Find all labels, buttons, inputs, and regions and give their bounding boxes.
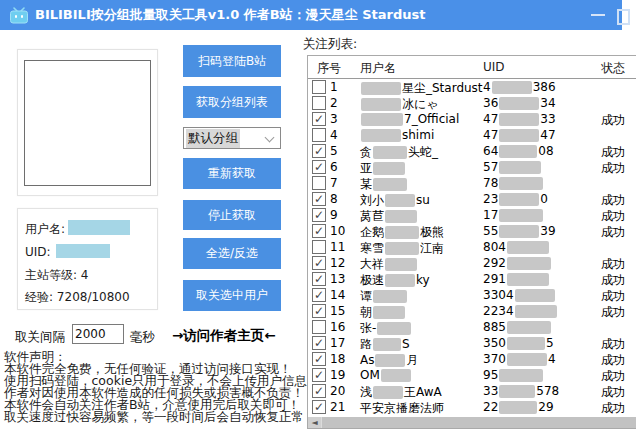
table-row[interactable]: 16张-885 (308, 319, 636, 335)
uid-censor-block (507, 337, 545, 350)
row-checkbox[interactable] (312, 176, 326, 190)
username-censor-block (361, 113, 403, 126)
row-index: 16 (330, 320, 345, 334)
author-homepage-link[interactable]: →访问作者主页← (172, 327, 276, 345)
row-uid: 3704 (483, 352, 556, 366)
scan-login-button[interactable]: 扫码登陆B站 (183, 45, 281, 77)
uid-censor-block (515, 289, 555, 302)
table-row[interactable]: ✓9莴苣17成功 (308, 207, 636, 223)
column-header-index[interactable]: 序号 (317, 60, 341, 77)
scrollbar-thumb[interactable] (322, 417, 636, 428)
unfollow-selected-button[interactable]: 取关选中用户 (183, 280, 281, 311)
row-checkbox-checked[interactable]: ✓ (312, 400, 326, 414)
window-title: BILIBILI按分组批量取关工具v1.0 作者B站：漫天星尘 Stardust (35, 0, 425, 30)
table-row[interactable]: ✓10企鹅极熊5539成功 (308, 223, 636, 239)
table-row[interactable]: 1星尘_Stardust4386 (308, 79, 636, 95)
uid-censor-block (499, 177, 543, 190)
row-checkbox[interactable] (312, 96, 326, 110)
table-row[interactable]: ✓18As月3704成功 (308, 351, 636, 367)
row-index: 6 (330, 160, 338, 174)
row-checkbox-checked[interactable]: ✓ (312, 368, 326, 382)
row-index: 5 (330, 144, 338, 158)
table-row[interactable]: ✓37_Official4733成功 (308, 111, 636, 127)
follow-list-table: 序号 用户名 UID 状态 1星尘_Stardust43862冰にゃ3634✓3… (307, 55, 636, 429)
maximize-button[interactable] (617, 9, 630, 25)
uid-censor-block (492, 81, 532, 94)
table-row[interactable]: ✓13极速ky291成功 (308, 271, 636, 287)
qr-code-box (24, 60, 151, 186)
row-checkbox[interactable] (312, 128, 326, 142)
row-username: 7_Official (360, 112, 459, 126)
table-row[interactable]: ✓21平安京播磨法师2229成功 (308, 399, 636, 415)
table-row[interactable]: 11寒雪江南804 (308, 239, 636, 255)
row-index: 15 (330, 304, 345, 318)
row-checkbox-checked[interactable]: ✓ (312, 224, 326, 238)
exp-text: 经验: 7208/10800 (25, 289, 130, 306)
row-checkbox-checked[interactable]: ✓ (312, 192, 326, 206)
uid-censor-block (499, 161, 541, 174)
horizontal-scrollbar[interactable]: ◄ (308, 417, 636, 428)
row-index: 17 (330, 336, 345, 350)
table-row[interactable]: ✓14谭3304成功 (308, 287, 636, 303)
username-censor-block (361, 129, 401, 142)
row-checkbox-checked[interactable]: ✓ (312, 304, 326, 318)
table-row[interactable]: ✓8刘小su230成功 (308, 191, 636, 207)
uid-censor-block (507, 257, 551, 270)
row-checkbox-checked[interactable]: ✓ (312, 144, 326, 158)
row-checkbox-checked[interactable]: ✓ (312, 208, 326, 222)
row-checkbox-checked[interactable]: ✓ (312, 384, 326, 398)
row-checkbox[interactable] (312, 320, 326, 334)
disclaimer: 软件声明：本软件完全免费，无任何验证，通过访问接口实现！使用扫码登陆，cooki… (4, 351, 309, 423)
stop-fetch-button[interactable]: 停止获取 (183, 200, 281, 230)
row-checkbox-checked[interactable]: ✓ (312, 256, 326, 270)
bilibili-tv-icon (9, 7, 29, 24)
minimize-button[interactable] (591, 14, 605, 16)
table-row[interactable]: ✓17路S3505成功 (308, 335, 636, 351)
row-uid: 95 (483, 368, 544, 382)
row-checkbox-checked[interactable]: ✓ (312, 272, 326, 286)
table-row[interactable]: 4shimi4747 (308, 127, 636, 143)
row-checkbox[interactable] (312, 240, 326, 254)
username-censor-block (373, 338, 401, 351)
scroll-left-arrow-icon[interactable]: ◄ (308, 417, 321, 428)
table-row[interactable]: ✓12大祥292成功 (308, 255, 636, 271)
interval-label: 取关间隔 (15, 329, 65, 346)
get-groups-button[interactable]: 获取分组列表 (183, 86, 281, 118)
username-censor-block (361, 82, 401, 95)
row-uid: 2229 (483, 400, 554, 414)
row-checkbox[interactable] (312, 80, 326, 94)
column-header-uid[interactable]: UID (483, 60, 505, 74)
username-censor-block (373, 162, 405, 175)
group-dropdown[interactable]: 默认分组 (183, 127, 281, 149)
row-uid: 804 (483, 240, 550, 254)
column-header-status[interactable]: 状态 (601, 60, 625, 77)
select-all-button[interactable]: 全选/反选 (183, 238, 281, 269)
row-uid: 2234 (483, 304, 558, 318)
interval-input[interactable] (72, 324, 124, 344)
table-row[interactable]: 7某78 (308, 175, 636, 191)
row-checkbox-checked[interactable]: ✓ (312, 288, 326, 302)
row-index: 13 (330, 272, 345, 286)
follow-list-label: 关注列表: (303, 36, 357, 53)
uid-censor-block (499, 129, 539, 142)
row-uid: 3505 (483, 336, 554, 350)
row-index: 20 (330, 384, 345, 398)
table-row[interactable]: ✓5贪头蛇_6408成功 (308, 143, 636, 159)
username-label: 用户名: (25, 221, 65, 238)
table-row[interactable]: 2冰にゃ3634 (308, 95, 636, 111)
username-censor-block (373, 386, 403, 399)
row-checkbox-checked[interactable]: ✓ (312, 160, 326, 174)
table-row[interactable]: ✓6亚57成功 (308, 159, 636, 175)
column-header-username[interactable]: 用户名 (360, 60, 396, 77)
row-checkbox-checked[interactable]: ✓ (312, 352, 326, 366)
uid-censor-block (499, 145, 537, 158)
uid-censor-block (507, 321, 551, 334)
row-checkbox-checked[interactable]: ✓ (312, 336, 326, 350)
row-uid: 292 (483, 256, 552, 270)
refetch-button[interactable]: 重新获取 (183, 158, 281, 189)
table-row[interactable]: ✓20浅王AwA33578成功 (308, 383, 636, 399)
row-index: 2 (330, 96, 338, 110)
row-checkbox-checked[interactable]: ✓ (312, 112, 326, 126)
table-row[interactable]: ✓19OM95成功 (308, 367, 636, 383)
table-row[interactable]: ✓15朝2234成功 (308, 303, 636, 319)
